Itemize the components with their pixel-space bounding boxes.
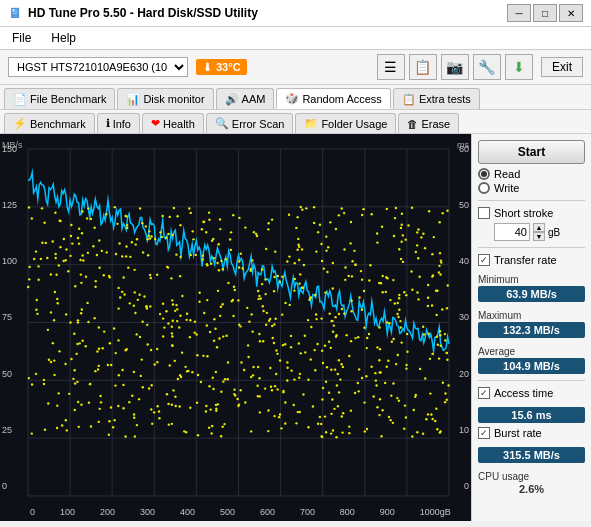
tab-info[interactable]: ℹ Info (97, 113, 140, 133)
short-stroke-input[interactable] (494, 223, 530, 241)
file-benchmark-icon: 📄 (13, 93, 27, 106)
stroke-down-button[interactable]: ▼ (533, 232, 545, 241)
menu-help[interactable]: Help (47, 29, 80, 47)
short-stroke-input-row: ▲ ▼ gB (494, 223, 585, 241)
tab-extra-tests[interactable]: 📋 Extra tests (393, 88, 480, 109)
random-access-icon: 🎲 (285, 92, 299, 105)
average-section: Average 104.9 MB/s (478, 346, 585, 374)
read-write-group: Read Write (478, 168, 585, 194)
x-axis: 0 100 200 300 400 500 600 700 800 900 10… (30, 507, 451, 517)
info-icon: ℹ (106, 117, 110, 130)
average-value: 104.9 MB/s (478, 358, 585, 374)
disk-monitor-icon: 📊 (126, 93, 140, 106)
average-label: Average (478, 346, 585, 357)
transfer-rate-label: Transfer rate (494, 254, 557, 266)
y-axis-left: 150 125 100 75 50 25 0 (2, 144, 17, 491)
minimum-section: Minimum 63.9 MB/s (478, 274, 585, 302)
temperature-value: 33°C (216, 61, 241, 73)
folder-usage-icon: 📁 (304, 117, 318, 130)
y-axis-right: 60 50 40 30 20 10 0 (459, 144, 469, 491)
toolbar-icon-2[interactable]: 📋 (409, 54, 437, 80)
toolbar-icon-3[interactable]: 📷 (441, 54, 469, 80)
extra-tests-icon: 📋 (402, 93, 416, 106)
burst-rate-checkbox[interactable]: ✓ Burst rate (478, 427, 585, 439)
tab-erase[interactable]: 🗑 Erase (398, 113, 459, 133)
window-title: HD Tune Pro 5.50 - Hard Disk/SSD Utility (28, 6, 258, 20)
stroke-up-button[interactable]: ▲ (533, 223, 545, 232)
menu-bar: File Help (0, 27, 591, 50)
exit-button[interactable]: Exit (541, 57, 583, 77)
burst-rate-label: Burst rate (494, 427, 542, 439)
transfer-rate-checkbox[interactable]: ✓ Transfer rate (478, 254, 585, 266)
sidebar: Start Read Write Short stroke ▲ ▼ (471, 134, 591, 521)
divider-1 (478, 200, 585, 201)
divider-3 (478, 380, 585, 381)
tab-health[interactable]: ❤ Health (142, 113, 204, 133)
menu-file[interactable]: File (8, 29, 35, 47)
tab-folder-usage[interactable]: 📁 Folder Usage (295, 113, 396, 133)
divider-2 (478, 247, 585, 248)
tab-aam[interactable]: 🔊 AAM (216, 88, 275, 109)
transfer-rate-indicator: ✓ (478, 254, 490, 266)
toolbar-icon-group: ☰ 📋 📷 🔧 ⬇ (377, 54, 533, 80)
cpu-usage-label: CPU usage (478, 471, 585, 482)
burst-rate-indicator: ✓ (478, 427, 490, 439)
toolbar-top: HGST HTS721010A9E630 (1000 gB) 🌡 33°C ☰ … (0, 50, 591, 85)
tab-error-scan[interactable]: 🔍 Error Scan (206, 113, 294, 133)
benchmark-chart (0, 134, 471, 521)
app-icon: 🖥 (8, 5, 22, 21)
aam-icon: 🔊 (225, 93, 239, 106)
access-time-label: Access time (494, 387, 553, 399)
disk-selector[interactable]: HGST HTS721010A9E630 (1000 gB) (8, 57, 188, 77)
toolbar-icon-5[interactable]: ⬇ (505, 54, 533, 80)
short-stroke-label: Short stroke (494, 207, 553, 219)
burst-rate-value: 315.5 MB/s (478, 447, 585, 463)
maximum-label: Maximum (478, 310, 585, 321)
tab-benchmark[interactable]: ⚡ Benchmark (4, 113, 95, 133)
toolbar-icon-4[interactable]: 🔧 (473, 54, 501, 80)
access-time-checkbox[interactable]: ✓ Access time (478, 387, 585, 399)
error-scan-icon: 🔍 (215, 117, 229, 130)
write-radio[interactable]: Write (478, 182, 585, 194)
write-radio-indicator (478, 182, 490, 194)
write-label: Write (494, 182, 519, 194)
short-stroke-indicator (478, 207, 490, 219)
cpu-usage-value: 2.6% (478, 483, 585, 495)
burst-rate-section: 315.5 MB/s (478, 447, 585, 463)
read-radio-indicator (478, 168, 490, 180)
access-time-section: 15.6 ms (478, 407, 585, 423)
health-icon: ❤ (151, 117, 160, 130)
maximum-value: 132.3 MB/s (478, 322, 585, 338)
chart-area: 150 125 100 75 50 25 0 60 50 40 30 20 10… (0, 134, 471, 521)
erase-icon: 🗑 (407, 118, 418, 130)
thermometer-icon: 🌡 (202, 61, 213, 73)
minimum-value: 63.9 MB/s (478, 286, 585, 302)
access-time-indicator: ✓ (478, 387, 490, 399)
benchmark-icon: ⚡ (13, 117, 27, 130)
read-label: Read (494, 168, 520, 180)
start-button[interactable]: Start (478, 140, 585, 164)
close-button[interactable]: ✕ (559, 4, 583, 22)
maximize-button[interactable]: □ (533, 4, 557, 22)
nav-tabs-row2: ⚡ Benchmark ℹ Info ❤ Health 🔍 Error Scan… (0, 110, 591, 134)
toolbar-icon-1[interactable]: ☰ (377, 54, 405, 80)
maximum-section: Maximum 132.3 MB/s (478, 310, 585, 338)
cpu-usage-section: CPU usage 2.6% (478, 471, 585, 495)
main-content: 150 125 100 75 50 25 0 60 50 40 30 20 10… (0, 134, 591, 521)
tab-disk-monitor[interactable]: 📊 Disk monitor (117, 88, 213, 109)
temperature-badge: 🌡 33°C (196, 59, 247, 75)
window-controls: ─ □ ✕ (507, 4, 583, 22)
short-stroke-checkbox[interactable]: Short stroke (478, 207, 585, 219)
nav-tabs-row1: 📄 File Benchmark 📊 Disk monitor 🔊 AAM 🎲 … (0, 85, 591, 110)
minimum-label: Minimum (478, 274, 585, 285)
title-bar: 🖥 HD Tune Pro 5.50 - Hard Disk/SSD Utili… (0, 0, 591, 27)
tab-random-access[interactable]: 🎲 Random Access (276, 88, 390, 109)
stroke-unit: gB (548, 227, 560, 238)
tab-file-benchmark[interactable]: 📄 File Benchmark (4, 88, 115, 109)
read-radio[interactable]: Read (478, 168, 585, 180)
minimize-button[interactable]: ─ (507, 4, 531, 22)
stroke-spinner: ▲ ▼ (533, 223, 545, 241)
access-time-value: 15.6 ms (478, 407, 585, 423)
